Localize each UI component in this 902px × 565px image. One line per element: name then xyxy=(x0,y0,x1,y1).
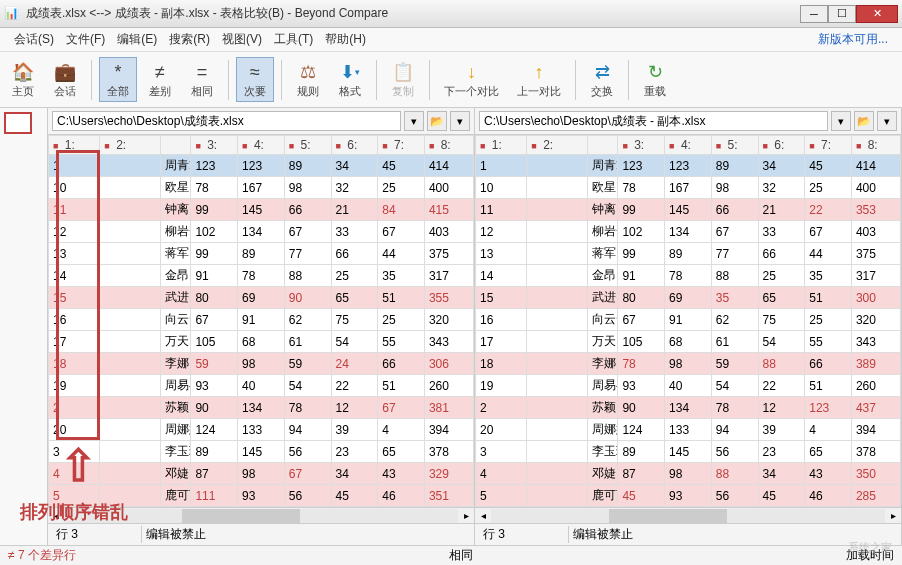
table-cell[interactable] xyxy=(100,309,161,331)
col-header[interactable]: ■ 2: xyxy=(527,136,588,155)
table-cell[interactable]: 350 xyxy=(851,463,900,485)
table-row[interactable]: 20周娜娜12413394394394 xyxy=(49,419,474,441)
table-cell[interactable]: 134 xyxy=(665,397,712,419)
table-cell[interactable]: 133 xyxy=(238,419,285,441)
table-cell[interactable] xyxy=(100,331,161,353)
table-cell[interactable]: 13 xyxy=(476,243,527,265)
table-cell[interactable]: 19 xyxy=(476,375,527,397)
table-cell[interactable]: 66 xyxy=(758,243,805,265)
table-cell[interactable]: 45 xyxy=(378,155,425,177)
maximize-button[interactable]: ☐ xyxy=(828,5,856,23)
table-cell[interactable]: 80 xyxy=(191,287,238,309)
table-cell[interactable]: 105 xyxy=(191,331,238,353)
table-cell[interactable]: 93 xyxy=(191,375,238,397)
table-cell[interactable]: 55 xyxy=(378,331,425,353)
table-cell[interactable]: 3 xyxy=(49,441,100,463)
table-cell[interactable]: 89 xyxy=(238,243,285,265)
col-header[interactable]: ■ 4: xyxy=(238,136,285,155)
table-cell[interactable]: 44 xyxy=(805,243,852,265)
table-cell[interactable]: 20 xyxy=(476,419,527,441)
tool-差别[interactable]: ≠差别 xyxy=(141,57,179,102)
table-row[interactable]: 10欧星78167983225400 xyxy=(49,177,474,199)
table-cell[interactable]: 54 xyxy=(711,375,758,397)
col-header[interactable]: ■ 1: xyxy=(49,136,100,155)
table-row[interactable]: 20周娜娜12413394394394 xyxy=(476,419,901,441)
table-row[interactable]: 14金昂9178882535317 xyxy=(49,265,474,287)
table-cell[interactable]: 167 xyxy=(238,177,285,199)
table-row[interactable]: 18李娜7898598866389 xyxy=(476,353,901,375)
table-cell[interactable]: 18 xyxy=(476,353,527,375)
table-cell[interactable]: 25 xyxy=(378,177,425,199)
table-cell[interactable]: 13 xyxy=(49,243,100,265)
col-header[interactable]: ■ 2: xyxy=(100,136,161,155)
table-cell[interactable]: 123 xyxy=(618,155,665,177)
table-cell[interactable]: 15 xyxy=(49,287,100,309)
table-cell[interactable]: 343 xyxy=(851,331,900,353)
table-cell[interactable]: 5 xyxy=(49,485,100,507)
table-cell[interactable]: 22 xyxy=(331,375,378,397)
table-cell[interactable]: 78 xyxy=(665,265,712,287)
table-cell[interactable]: 98 xyxy=(238,463,285,485)
table-cell[interactable]: 周易与 xyxy=(588,375,618,397)
left-browse-dropdown[interactable]: ▾ xyxy=(450,111,470,131)
table-cell[interactable]: 317 xyxy=(851,265,900,287)
table-cell[interactable]: 105 xyxy=(618,331,665,353)
table-cell[interactable]: 12 xyxy=(49,221,100,243)
table-cell[interactable]: 375 xyxy=(851,243,900,265)
table-cell[interactable]: 15 xyxy=(476,287,527,309)
table-cell[interactable]: 93 xyxy=(238,485,285,507)
left-browse-button[interactable]: 📂 xyxy=(427,111,447,131)
table-cell[interactable]: 46 xyxy=(805,485,852,507)
table-cell[interactable] xyxy=(100,265,161,287)
table-cell[interactable]: 145 xyxy=(665,441,712,463)
table-cell[interactable]: 18 xyxy=(49,353,100,375)
table-cell[interactable] xyxy=(100,441,161,463)
table-cell[interactable]: 123 xyxy=(665,155,712,177)
table-row[interactable]: 5鹿可可4593564546285 xyxy=(476,485,901,507)
table-cell[interactable]: 78 xyxy=(618,177,665,199)
table-cell[interactable]: 李玉珍 xyxy=(161,441,191,463)
table-cell[interactable]: 67 xyxy=(284,221,331,243)
table-cell[interactable]: 68 xyxy=(665,331,712,353)
table-cell[interactable]: 17 xyxy=(476,331,527,353)
table-cell[interactable]: 21 xyxy=(331,199,378,221)
comparison-table[interactable]: ■ 1:■ 2:■ 3:■ 4:■ 5:■ 6:■ 7:■ 8:1周青黛1231… xyxy=(475,135,901,507)
table-cell[interactable]: 167 xyxy=(665,177,712,199)
left-path-input[interactable] xyxy=(52,111,401,131)
table-cell[interactable]: 68 xyxy=(238,331,285,353)
table-cell[interactable]: 62 xyxy=(711,309,758,331)
table-cell[interactable]: 51 xyxy=(378,375,425,397)
right-browse-button[interactable]: 📂 xyxy=(854,111,874,131)
table-cell[interactable]: 351 xyxy=(424,485,473,507)
table-cell[interactable]: 周娜娜 xyxy=(161,419,191,441)
right-browse-dropdown[interactable]: ▾ xyxy=(877,111,897,131)
table-cell[interactable]: 欧星 xyxy=(161,177,191,199)
tool-重载[interactable]: ↻重载 xyxy=(636,57,674,102)
tool-交换[interactable]: ⇄交换 xyxy=(583,57,621,102)
table-cell[interactable]: 65 xyxy=(378,441,425,463)
tool-相同[interactable]: =相同 xyxy=(183,57,221,102)
table-cell[interactable]: 45 xyxy=(758,485,805,507)
table-cell[interactable]: 45 xyxy=(805,155,852,177)
table-cell[interactable]: 91 xyxy=(618,265,665,287)
table-cell[interactable]: 金昂 xyxy=(161,265,191,287)
table-row[interactable]: 10欧星78167983225400 xyxy=(476,177,901,199)
table-cell[interactable]: 285 xyxy=(851,485,900,507)
table-cell[interactable]: 4 xyxy=(49,463,100,485)
table-cell[interactable]: 39 xyxy=(331,419,378,441)
table-cell[interactable]: 329 xyxy=(424,463,473,485)
table-row[interactable]: 1周青黛123123893445414 xyxy=(49,155,474,177)
comparison-table[interactable]: ■ 1:■ 2:■ 3:■ 4:■ 5:■ 6:■ 7:■ 8:1周青黛1231… xyxy=(48,135,474,507)
table-cell[interactable]: 45 xyxy=(618,485,665,507)
table-cell[interactable]: 61 xyxy=(284,331,331,353)
table-row[interactable]: 13蒋军9989776644375 xyxy=(49,243,474,265)
table-cell[interactable] xyxy=(527,397,588,419)
table-cell[interactable]: 59 xyxy=(191,353,238,375)
table-cell[interactable]: 59 xyxy=(284,353,331,375)
table-cell[interactable]: 102 xyxy=(618,221,665,243)
table-cell[interactable]: 蒋军 xyxy=(161,243,191,265)
table-cell[interactable]: 35 xyxy=(805,265,852,287)
table-cell[interactable]: 43 xyxy=(378,463,425,485)
table-cell[interactable]: 钟离 xyxy=(588,199,618,221)
table-cell[interactable]: 周娜娜 xyxy=(588,419,618,441)
